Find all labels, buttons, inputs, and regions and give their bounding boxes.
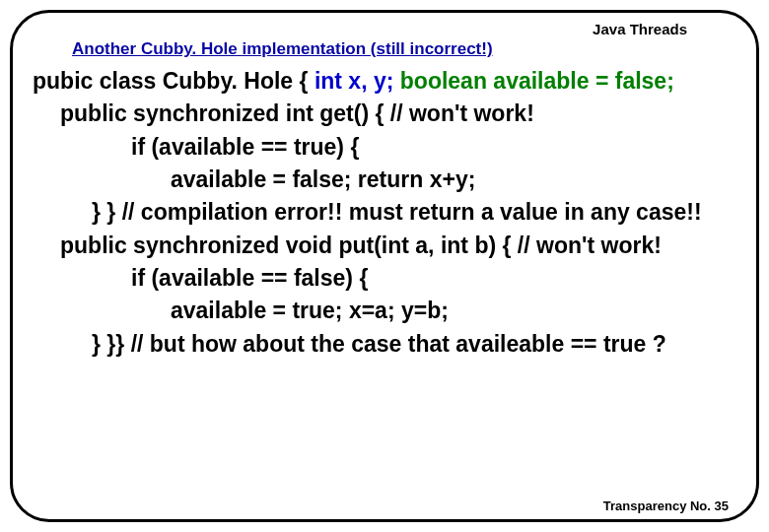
code-line: available = false; return x+y; bbox=[33, 164, 736, 196]
slide-subtitle: Another Cubby. Hole implementation (stil… bbox=[72, 39, 736, 59]
code-line: if (available == true) { bbox=[33, 131, 736, 164]
code-line: public synchronized void put(int a, int … bbox=[33, 230, 736, 262]
code-text: int x, y; bbox=[315, 68, 400, 94]
code-line: } } // compilation error!! must return a… bbox=[33, 196, 736, 229]
code-line: } }} // but how about the case that avai… bbox=[33, 328, 736, 361]
code-body: pubic class Cubby. Hole { int x, y; bool… bbox=[33, 65, 736, 361]
slide-frame: Java Threads Another Cubby. Hole impleme… bbox=[10, 10, 759, 522]
code-line: available = true; x=a; y=b; bbox=[33, 295, 736, 327]
code-line: pubic class Cubby. Hole { int x, y; bool… bbox=[33, 65, 736, 98]
code-text: boolean available = false; bbox=[400, 68, 674, 94]
header-title: Java Threads bbox=[593, 21, 687, 37]
code-text: pubic class Cubby. Hole { bbox=[33, 68, 315, 94]
code-line: public synchronized int get() { // won't… bbox=[33, 98, 736, 130]
code-line: if (available == false) { bbox=[33, 262, 736, 295]
slide-header: Java Threads bbox=[33, 21, 736, 37]
slide-footer: Transparency No. 35 bbox=[603, 499, 729, 513]
footer-text: Transparency No. 35 bbox=[603, 499, 729, 513]
